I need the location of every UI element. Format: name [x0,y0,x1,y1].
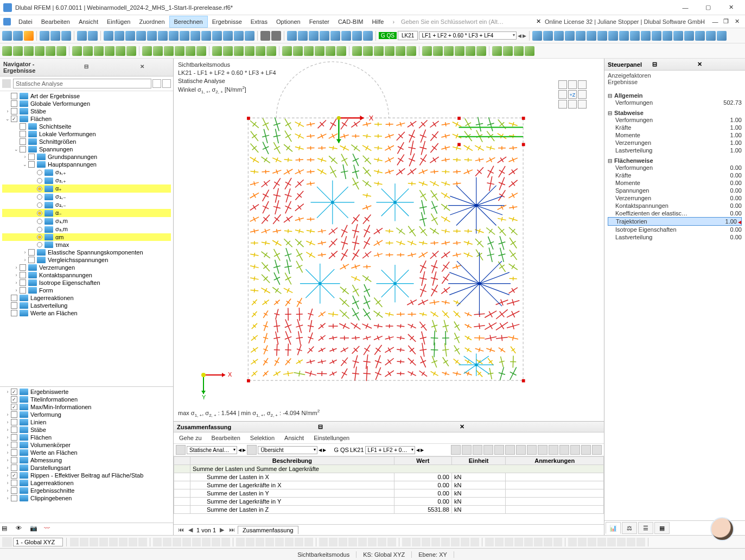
bt-28[interactable] [358,538,367,546]
search-clear-icon[interactable]: ✕ [536,18,544,26]
bt-21[interactable] [285,538,294,546]
tree-item[interactable]: Lastverteilung [2,302,171,309]
panel-group-header[interactable]: Stabweise [608,110,742,116]
menu-cad-bim[interactable]: CAD-BIM [334,16,367,27]
bt-8[interactable] [153,538,162,546]
sum-tool-8[interactable] [538,445,547,455]
tb2-38[interactable] [444,46,454,56]
panel-row[interactable]: Verzerrungen1.00 [608,139,742,147]
tb-generic-12[interactable] [234,31,244,41]
tb-generic-6[interactable] [169,31,179,41]
tb2-37[interactable] [433,46,443,56]
tree-item[interactable]: ›✓Rippen - Effektiver Beitrag auf Fläche… [2,472,171,479]
bt-35[interactable] [431,538,440,546]
nav-next[interactable] [162,79,171,88]
panel-group-header[interactable]: Flächenweise [608,157,742,164]
bt-1[interactable] [80,538,88,546]
tb2-30[interactable] [352,46,362,56]
bt-12[interactable] [192,538,201,546]
mdi-close[interactable]: ✕ [732,17,742,27]
tb-generic-8[interactable] [190,31,200,41]
mdi-minimize[interactable]: — [710,17,720,27]
bt-40[interactable] [485,538,494,546]
tb-right-1[interactable] [543,31,553,41]
sum-tool-13[interactable] [592,445,602,455]
tree-item[interactable]: Schichtseite [2,123,171,130]
bt-18[interactable] [256,538,264,546]
viewport[interactable]: X Sichtbarkeitsmodus LK21 - LF1 + LF2 + … [174,59,604,421]
tb-tool-0[interactable] [287,31,297,41]
sum-prev3[interactable]: ◀ [416,448,419,453]
bt-36[interactable] [441,538,450,546]
bt-10[interactable] [173,538,181,546]
summary-analysis-combo[interactable]: Statische Anal… [187,446,237,454]
nav-filter-icon[interactable] [2,79,11,88]
tree-item[interactable]: ›Clippingebenen [2,494,171,502]
sum-tb-1[interactable] [176,445,186,455]
tb-generic-10[interactable] [212,31,222,41]
menu-bearbeiten[interactable]: Bearbeiten [37,16,74,27]
tb2-42[interactable] [492,46,502,56]
panel-row[interactable]: Trajektorien1.00◀ [608,217,742,226]
summary-menu-selektion[interactable]: Selektion [248,434,277,442]
table-row[interactable]: Summe der Lasten in X0.00kN [174,473,604,481]
tb2-19[interactable] [223,46,233,56]
menu-datei[interactable]: Datei [14,16,37,27]
tb2-10[interactable] [116,46,125,56]
tb-right-10[interactable] [641,31,651,41]
tb-tool-1[interactable] [298,31,308,41]
bt-46[interactable] [544,538,552,546]
tb2-25[interactable] [293,46,303,56]
table-row[interactable]: Summe der Lagerkräfte in Y0.00kN [174,498,604,506]
tree-item[interactable]: ›✓Ergebniswerte [2,388,171,396]
bt-48[interactable] [568,538,577,546]
bt-ucs-icon[interactable] [2,537,12,547]
bt-22[interactable] [295,538,303,546]
sum-prev2[interactable]: ◀ [319,448,322,453]
bt-17[interactable] [246,538,254,546]
tb-generic-13[interactable] [245,31,254,41]
tb2-20[interactable] [234,46,244,56]
bt-30[interactable] [378,538,386,546]
panel-row[interactable]: Verzerrungen0.00 [608,194,742,202]
tb2-12[interactable] [142,46,152,56]
combo-next[interactable]: ▶ [523,33,526,39]
combo-prev[interactable]: ◀ [518,33,521,39]
summary-lk-combo[interactable]: LF1 + LF2 + 0… [365,446,416,454]
menu-hilfe[interactable]: Hilfe [367,16,388,27]
nav-tab-data[interactable]: ▤ [2,525,12,533]
sum-tool-2[interactable] [473,445,482,455]
tb2-0[interactable] [2,46,12,56]
tb-tool-3[interactable] [320,31,329,41]
tb2-24[interactable] [282,46,292,56]
tree-item[interactable]: ›Stäbe [2,107,171,115]
summary-pin-icon[interactable]: ⊟ [318,423,459,430]
ucs-combo[interactable]: 1 - Global XYZ [13,538,63,546]
tb-open[interactable] [13,31,23,41]
tree-item[interactable]: σ₁,₋ [2,193,171,201]
tb2-43[interactable] [503,46,513,56]
tb-right-6[interactable] [597,31,607,41]
menu-fenster[interactable]: Fenster [305,16,334,27]
tb2-35[interactable] [406,46,416,56]
tb2-36[interactable] [422,46,432,56]
panel-row[interactable]: Koeffizienten der elastisc…0.00 [608,209,742,217]
tree-item[interactable]: ›Lagerreaktionen [2,479,171,487]
menu-optionen[interactable]: Optionen [272,16,305,27]
view-cube[interactable]: +Z [558,80,588,110]
tree-item[interactable]: ›Isotrope Eigenschaften [2,279,171,287]
tb-save[interactable] [40,31,49,41]
panel-tab-filter[interactable]: ▦ [654,522,670,534]
tree-item[interactable]: ›Ergebnisschnitte [2,487,171,494]
tb-generic-2[interactable] [125,31,135,41]
table-row[interactable]: Summe der Lasten in Z5531.88kN [174,506,604,514]
bt-20[interactable] [275,538,284,546]
panel-close-icon[interactable]: ✕ [697,61,742,68]
bt-38[interactable] [461,538,469,546]
sum-tool-7[interactable] [527,445,537,455]
bt-26[interactable] [339,538,347,546]
sum-tool-3[interactable] [483,445,493,455]
tree-item[interactable]: Globale Verformungen [2,100,171,107]
mdi-restore[interactable]: ❐ [721,17,731,27]
tb2-26[interactable] [304,46,314,56]
